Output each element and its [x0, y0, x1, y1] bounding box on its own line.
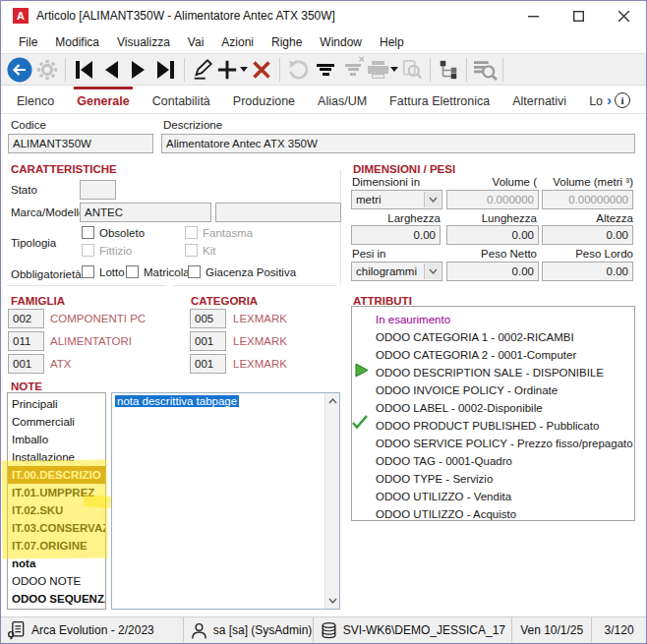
giacenza-checkbox-box[interactable] [188, 265, 201, 278]
note-list-item[interactable]: ODOO NOTE [8, 572, 105, 590]
matricola-checkbox-box[interactable] [126, 265, 139, 278]
attribute-item[interactable]: ODOO UTILIZZO - Acquisto [376, 505, 634, 521]
checkbox-matricola[interactable]: Matricola [126, 265, 190, 278]
tab-produzione[interactable]: Produzione [230, 87, 298, 113]
note-list-item[interactable]: IT.02.SKU [8, 501, 105, 519]
settings-button[interactable] [33, 56, 61, 84]
search-list-icon [472, 59, 498, 81]
menu-window[interactable]: Window [311, 33, 371, 51]
combo-chevron-icon[interactable] [424, 192, 441, 207]
menu-righe[interactable]: Righe [263, 33, 311, 51]
scroll-down-icon[interactable] [325, 593, 340, 609]
menu-file[interactable]: File [10, 33, 46, 51]
minimize-button[interactable] [510, 1, 556, 30]
note-list-item[interactable]: Installazione [8, 448, 105, 466]
fantasma-checkbox-box [185, 226, 198, 239]
pesi-in-select[interactable]: chilogrammi [351, 262, 442, 281]
lunghezza-field[interactable]: 0.00 [446, 225, 539, 245]
menu-vai[interactable]: Vai [179, 33, 212, 51]
note-editor[interactable]: nota descrittiva tabpage [111, 392, 340, 610]
app-document-icon [7, 620, 27, 640]
attribute-item[interactable]: ODOO TAG - 0001-Quadro [376, 452, 634, 470]
menu-azioni[interactable]: Azioni [212, 33, 263, 51]
attribute-item[interactable]: ODOO INVOICE POLICY - Ordinate [376, 381, 634, 399]
tab-lotti-truncated[interactable]: Lo [586, 87, 606, 113]
add-button[interactable] [216, 56, 248, 84]
attribute-item[interactable]: ODOO CATEGORIA 2 - 0001-Computer [376, 346, 634, 364]
checkbox-giacenza-positiva[interactable]: Giacenza Positiva [188, 265, 296, 278]
tab-alternativi[interactable]: Alternativi [509, 87, 569, 113]
modello-field[interactable] [215, 203, 341, 222]
checkbox-lotto[interactable]: Lotto [82, 265, 125, 278]
advanced-search-button[interactable] [471, 56, 499, 84]
attribute-item[interactable]: In esaurimento [376, 311, 634, 328]
tab-elenco[interactable]: Elenco [14, 87, 57, 113]
filter-button[interactable] [312, 56, 339, 84]
tab-generale[interactable]: Generale [74, 87, 133, 113]
preview-button[interactable] [398, 56, 426, 84]
note-list-item[interactable]: Principali [8, 395, 105, 413]
close-button[interactable] [601, 1, 646, 30]
lotto-checkbox-box[interactable] [82, 265, 94, 278]
checkbox-obsoleto[interactable]: Obsoleto [82, 226, 145, 239]
note-list-item[interactable]: ODOO SEQUENZA [8, 590, 105, 608]
note-editor-scrollbar[interactable] [324, 393, 339, 609]
note-list-item-selected[interactable]: IT.00.DESCRIZIO [8, 466, 105, 484]
famiglia-code-field[interactable]: 011 [8, 331, 44, 351]
attribute-item[interactable]: ODOO TYPE - Servizio [376, 470, 634, 488]
note-list-item[interactable]: IT.03.CONSERVAZ [8, 519, 105, 537]
dimensioni-in-select[interactable]: metri [351, 190, 442, 209]
marca-field[interactable]: ANTEC [80, 203, 211, 222]
attribute-item[interactable]: ODOO SERVICE POLICY - Prezzo fisso/prepa… [376, 435, 634, 452]
categoria-code-field[interactable]: 001 [190, 331, 226, 351]
attribute-item[interactable]: ODOO LABEL - 0002-Disponibile [376, 399, 634, 417]
attribute-item[interactable]: ODOO DESCRIPTION SALE - DISPONIBILE [376, 364, 634, 381]
menu-visualizza[interactable]: Visualizza [108, 33, 179, 51]
edit-button[interactable] [189, 56, 216, 84]
stato-field[interactable] [80, 180, 116, 200]
famiglia-code-field[interactable]: 001 [8, 354, 44, 374]
clear-filter-button[interactable]: × [339, 56, 367, 84]
attributi-list: In esaurimento ODOO CATEGORIA 1 - 0002-R… [351, 306, 635, 521]
combo-chevron-icon[interactable] [424, 263, 441, 279]
note-list-item[interactable]: IT.01.UMPPREZ [8, 484, 105, 501]
altezza-field[interactable]: 0.00 [542, 225, 633, 245]
attribute-item[interactable]: ODOO PRODUCT PUBLISHED - Pubblicato [376, 417, 634, 435]
group-divider [7, 285, 166, 286]
larghezza-field[interactable]: 0.00 [351, 225, 441, 245]
delete-button[interactable] [248, 56, 275, 84]
menu-help[interactable]: Help [371, 33, 413, 51]
attribute-item[interactable]: ODOO CATEGORIA 1 - 0002-RICAMBI [376, 328, 634, 346]
last-record-button[interactable] [152, 56, 180, 84]
note-list-item[interactable]: Imballo [8, 431, 105, 448]
categoria-code-field[interactable]: 005 [190, 309, 226, 328]
tree-view-button[interactable] [435, 56, 462, 84]
note-list-item[interactable]: IT.07.ORIGINE [8, 537, 105, 555]
obsoleto-checkbox-box[interactable] [82, 226, 94, 239]
descrizione-field[interactable]: Alimentatore Antec ATX 350W [161, 134, 635, 153]
info-icon[interactable]: i [615, 92, 630, 108]
peso-lordo-field[interactable]: 0.00 [542, 262, 633, 281]
tab-contabilita[interactable]: Contabilità [149, 87, 213, 113]
descrizione-label: Descrizione [163, 119, 222, 131]
undo-button[interactable] [284, 56, 312, 84]
menu-modifica[interactable]: Modifica [46, 33, 108, 51]
attribute-item[interactable]: ODOO UTILIZZO - Vendita [376, 488, 634, 505]
tab-bar: Elenco Generale Contabilità Produzione A… [1, 87, 646, 114]
famiglia-code-field[interactable]: 002 [8, 309, 44, 328]
maximize-button[interactable] [556, 1, 601, 30]
print-button[interactable] [367, 56, 398, 84]
peso-netto-field[interactable]: 0.00 [446, 262, 539, 281]
codice-field[interactable]: ALIMANT350W [8, 134, 153, 153]
previous-record-button[interactable] [97, 56, 125, 84]
next-record-button[interactable] [125, 56, 152, 84]
scroll-up-icon[interactable] [325, 393, 340, 409]
categoria-code-field[interactable]: 001 [190, 354, 226, 374]
note-list-item[interactable]: nota [8, 555, 105, 572]
note-list-item[interactable]: Commerciali [8, 413, 105, 431]
back-button[interactable] [6, 56, 33, 84]
tab-overflow-chevron-icon[interactable]: › [607, 91, 612, 108]
tab-fattura-elettronica[interactable]: Fattura Elettronica [386, 87, 493, 113]
tab-alias-um[interactable]: Alias/UM [315, 87, 370, 113]
first-record-button[interactable] [70, 56, 97, 84]
